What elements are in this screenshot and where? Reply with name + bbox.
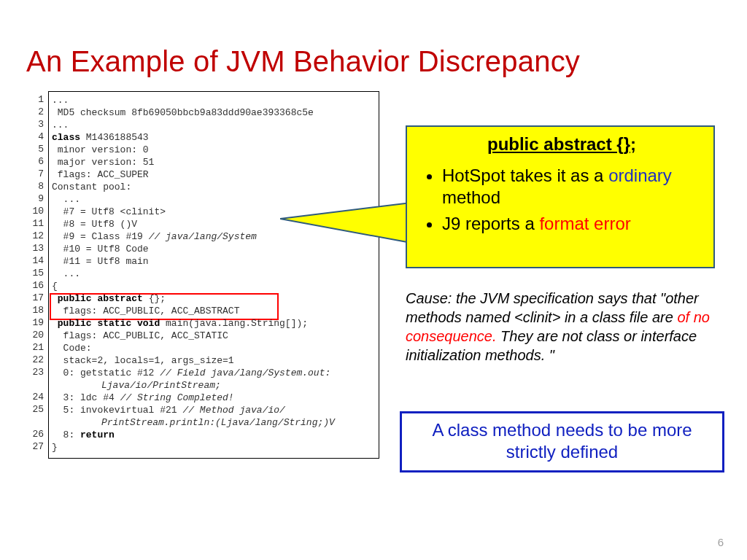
code-listing: ... MD5 checksum 8fb69050bbcb9a83ddd90ae… [48,91,379,459]
line-number-gutter: 1234567891011121314151617181920212223242… [29,91,48,459]
cause-paragraph: Cause: the JVM specification says that "… [406,289,716,365]
callout-bullet-list: HotSpot takes it as a ordinary methodJ9 … [422,165,702,235]
page-number: 6 [718,536,724,548]
callout-title: public abstract {}; [422,134,702,155]
slide-title: An Example of JVM Behavior Discrepancy [0,0,747,91]
callout-box: public abstract {}; HotSpot takes it as … [406,125,715,268]
code-panel: 1234567891011121314151617181920212223242… [29,91,379,459]
conclusion-box: A class method needs to be more strictly… [400,411,724,472]
